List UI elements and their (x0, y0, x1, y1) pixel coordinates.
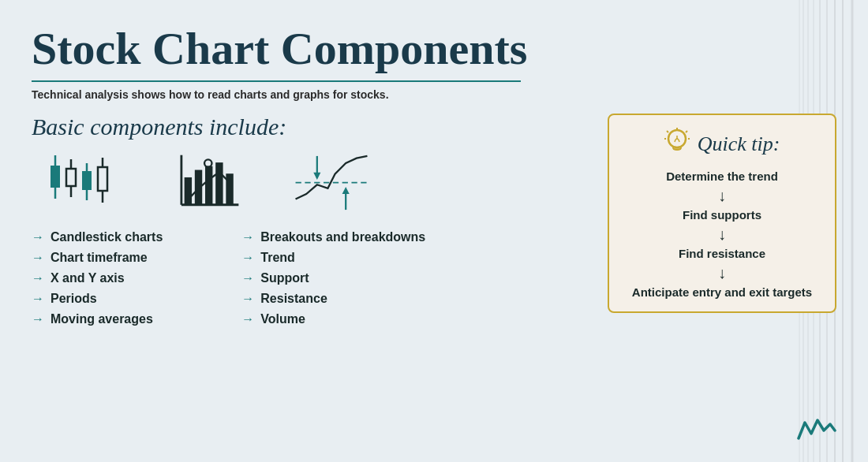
lightbulb-icon (664, 128, 690, 162)
svg-rect-10 (51, 166, 60, 188)
arrow-icon: → (241, 312, 254, 326)
right-list: → Breakouts and breakdowns → Trend → Sup… (241, 230, 425, 326)
list-item: → Moving averages (32, 312, 163, 326)
arrow-icon: → (32, 271, 44, 285)
quick-tip-panel: Quick tip: Determine the trend ↓ Find su… (608, 114, 836, 313)
tip-arrow-icon: ↓ (718, 226, 726, 242)
svg-marker-33 (342, 187, 350, 194)
svg-rect-25 (205, 166, 212, 205)
left-list: → Candlestick charts → Chart timeframe →… (32, 230, 163, 326)
tip-step-2: Find supports (683, 208, 761, 222)
tip-arrow-icon: ↓ (718, 265, 726, 281)
tip-step-3: Find resistance (679, 247, 765, 260)
arrow-icon: → (241, 251, 254, 265)
quick-tip-title: Quick tip: (698, 132, 780, 156)
arrow-icon: → (32, 230, 44, 244)
list-item: → X and Y axis (32, 271, 163, 285)
arrow-icon: → (241, 292, 254, 306)
arrow-icon: → (241, 271, 254, 285)
page-title: Stock Chart Components (32, 24, 836, 74)
list-item: → Volume (241, 312, 425, 326)
arrow-icon: → (32, 312, 44, 326)
list-item: → Periods (32, 292, 163, 306)
breakout-icon (292, 151, 371, 214)
logo-area (797, 416, 836, 448)
arrow-icon: → (241, 230, 254, 244)
list-item: → Candlestick charts (32, 230, 163, 244)
svg-line-38 (686, 131, 687, 132)
svg-rect-13 (66, 169, 76, 186)
tip-step-1: Determine the trend (666, 170, 778, 183)
svg-rect-19 (98, 167, 107, 191)
arrow-icon: → (32, 251, 44, 265)
basic-components-title: Basic components include: (32, 114, 592, 140)
list-item: → Breakouts and breakdowns (241, 230, 425, 244)
candlestick-icon (39, 151, 118, 214)
list-item: → Trend (241, 251, 425, 265)
tip-step-4: Anticipate entry and exit targets (632, 285, 812, 299)
svg-rect-26 (215, 162, 223, 205)
svg-rect-27 (226, 173, 233, 205)
list-item: → Chart timeframe (32, 251, 163, 265)
list-item: → Support (241, 271, 425, 285)
list-item: → Resistance (241, 292, 425, 306)
tip-arrow-icon: ↓ (718, 188, 726, 203)
svg-marker-31 (313, 173, 320, 180)
svg-point-28 (204, 159, 211, 166)
subtitle: Technical analysis shows how to read cha… (32, 88, 836, 101)
bar-chart-icon (166, 151, 245, 214)
svg-rect-16 (82, 171, 92, 190)
svg-line-37 (667, 131, 668, 132)
svg-rect-23 (185, 177, 192, 205)
arrow-icon: → (32, 292, 44, 306)
title-divider (32, 80, 521, 82)
